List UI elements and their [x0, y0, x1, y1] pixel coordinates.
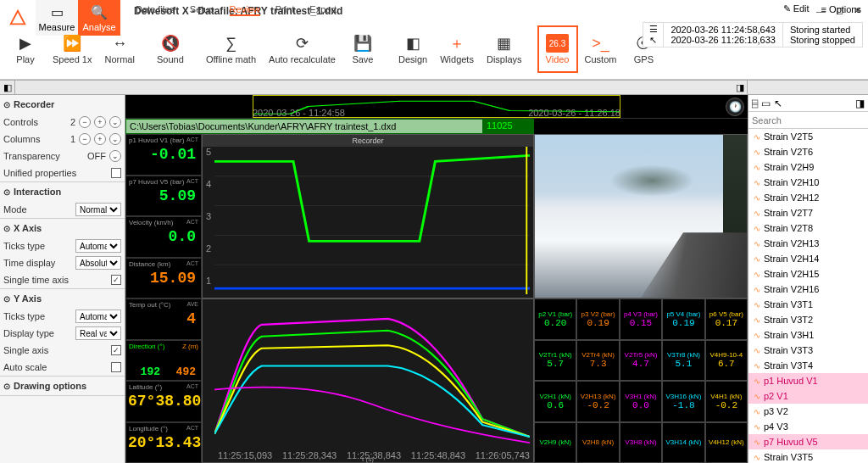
tree-icon[interactable]: ⌸	[752, 98, 758, 109]
channel-item[interactable]: ∿Strain V2H13	[748, 236, 868, 251]
meter-display[interactable]: Direction (°)192Z (m)492	[125, 340, 202, 382]
transparency-expand-button[interactable]: ⌄	[109, 150, 121, 162]
channel-item[interactable]: ∿p7 Huvud V5	[748, 434, 868, 449]
meter-display[interactable]: Velocity (km/h)ACT0.0	[125, 216, 202, 258]
grid-cell: V2H1 (kN)0.6	[534, 381, 576, 422]
calendar-icon[interactable]: ▭	[761, 98, 771, 109]
grid-cell: V2Tr4 (kN)7.3	[576, 340, 619, 382]
waveform-icon: ∿	[754, 239, 760, 248]
mode-select[interactable]: Normal	[75, 203, 121, 216]
channel-item[interactable]: ∿Strain V2T7	[748, 205, 868, 220]
channel-item[interactable]: ∿p4 V3	[748, 419, 868, 434]
channel-item[interactable]: ∿Strain V2T8	[748, 220, 868, 236]
meter-display[interactable]: Temp out (°C)AVE4	[125, 298, 202, 340]
channel-item[interactable]: ∿Strain V2H10	[748, 175, 868, 190]
columns-minus-button[interactable]: −	[79, 133, 91, 145]
waveform-icon: ∿	[754, 346, 760, 355]
waveform-icon: ∿	[754, 377, 760, 386]
columns-expand-button[interactable]: ⌄	[109, 133, 121, 145]
channel-item[interactable]: ∿p3 V2	[748, 404, 868, 419]
waveform-icon: ∿	[754, 392, 760, 401]
options-button[interactable]: ≡ Options	[821, 4, 861, 14]
normal-button[interactable]: ↔Normal	[98, 25, 140, 73]
autoscale-checkbox[interactable]	[111, 362, 121, 372]
unified-checkbox[interactable]	[111, 168, 121, 178]
grid-cell: V3H1 (kN)0.0	[620, 381, 662, 422]
play-button[interactable]: ▶Play	[5, 25, 46, 73]
strain-chart[interactable]: 11:25:15,093 11:25:28,343 11:25:38,843 1…	[202, 298, 534, 463]
custom-button[interactable]: >_Custom	[579, 25, 623, 73]
channel-item[interactable]: ∿Strain V2H16	[748, 282, 868, 297]
channel-item[interactable]: ∿Strain V3T1	[748, 297, 868, 312]
controls-expand-button[interactable]: ⌄	[109, 116, 121, 128]
waveform-icon: ∿	[754, 148, 760, 157]
displaytype-select[interactable]: Real value	[75, 326, 121, 340]
controls-plus-button[interactable]: +	[94, 116, 106, 128]
channel-item[interactable]: ∿Strain V2H12	[748, 190, 868, 205]
channel-item[interactable]: ∿Strain V3H1	[748, 327, 868, 343]
channel-item[interactable]: ∿Strain V2H14	[748, 251, 868, 266]
panel-collapse-icon[interactable]: ◨	[855, 98, 865, 109]
waveform-icon: ∿	[754, 407, 760, 416]
sound-button[interactable]: 🔇Sound	[150, 25, 191, 73]
edit-button[interactable]: ✎ Edit	[783, 3, 810, 14]
grid-cell: V2Tr5 (kN)4.7	[620, 340, 662, 382]
grid-cell: V3H16 (kN)-1.8	[662, 381, 704, 422]
waveform-icon: ∿	[754, 254, 760, 264]
video-button[interactable]: 26.3Video	[537, 25, 578, 73]
controls-minus-button[interactable]: −	[79, 116, 91, 128]
design-button[interactable]: ◧Design	[392, 25, 433, 73]
channel-search-input[interactable]	[748, 112, 868, 128]
video-display[interactable]	[534, 134, 748, 298]
channel-item[interactable]: ∿Strain V3T4	[748, 358, 868, 373]
channel-item[interactable]: ∿p2 V1	[748, 388, 868, 404]
offline-math-button[interactable]: ∑Offline math	[200, 25, 262, 73]
columns-plus-button[interactable]: +	[94, 133, 106, 145]
channel-item[interactable]: ∿Strain V2H9	[748, 159, 868, 175]
timedisplay-select[interactable]: Absolute (t	[75, 256, 121, 270]
meter-display[interactable]: p7 Huvud V5 (bar)ACT5.09	[125, 176, 202, 217]
menu-review[interactable]: Review	[230, 4, 260, 16]
menu-setup[interactable]: Setup	[190, 4, 214, 16]
clock-icon[interactable]: 🕐	[726, 98, 744, 116]
meter-display[interactable]: Distance (km)ACT15.09	[125, 258, 202, 299]
displays-button[interactable]: ▦Displays	[481, 25, 528, 73]
sample-count: 11025	[483, 119, 534, 134]
channel-item[interactable]: ∿Strain V3T3	[748, 343, 868, 358]
waveform-icon: ∿	[754, 285, 760, 294]
file-path: C:\Users\Tobias\Documents\Kunder\AFRY\AF…	[125, 119, 483, 134]
xticks-select[interactable]: Automatic	[75, 239, 121, 253]
grid-cell: p6 V5 (bar)0.17	[705, 298, 748, 340]
waveform-icon: ∿	[754, 331, 760, 340]
waveform-icon: ∿	[754, 163, 760, 172]
recorder-chart[interactable]: Recorder 54321	[202, 134, 534, 298]
singleaxis-checkbox[interactable]: ✓	[111, 345, 121, 355]
channel-list[interactable]: ∿Strain V2T5∿Strain V2T6∿Strain V2H9∿Str…	[748, 129, 868, 463]
grid-cell: V2Tr1 (kN)5.7	[534, 340, 576, 382]
menu-export[interactable]: Export	[309, 4, 337, 16]
auto-recalculate-button[interactable]: ⟳Auto recalculate	[263, 25, 342, 73]
yticks-select[interactable]: Automatic	[75, 310, 121, 323]
speed-button[interactable]: ⏩Speed 1x	[47, 25, 97, 73]
singletime-checkbox[interactable]: ✓	[111, 275, 121, 285]
waveform-icon: ∿	[754, 315, 760, 325]
channel-item[interactable]: ∿Strain V2T6	[748, 144, 868, 159]
pointer-icon[interactable]: ↖	[774, 98, 782, 109]
meter-display[interactable]: Latitude (°)ACT67°38.806'	[125, 381, 202, 422]
channel-item[interactable]: ∿Strain V2T5	[748, 129, 868, 144]
widgets-button[interactable]: ＋Widgets	[434, 25, 480, 73]
waveform-icon: ∿	[754, 224, 760, 233]
channel-item[interactable]: ∿Strain V3T2	[748, 312, 868, 327]
channel-item[interactable]: ∿Strain V3T5	[748, 449, 868, 463]
channel-item[interactable]: ∿Strain V2H15	[748, 266, 868, 282]
panel-toggle-right[interactable]: ◨	[732, 81, 748, 94]
panel-toggle-left[interactable]: ◧	[0, 81, 15, 94]
meter-display[interactable]: p1 Huvud V1 (bar)ACT-0.01	[125, 134, 202, 176]
menu-datafiles[interactable]: Data files	[136, 4, 175, 16]
channel-item[interactable]: ∿p1 Huvud V1	[748, 373, 868, 388]
save-button[interactable]: 💾Save	[342, 25, 383, 73]
grid-cell: V4H9-10-46.7	[705, 340, 748, 382]
menu-print[interactable]: Print	[275, 4, 295, 16]
meter-display[interactable]: Longitude (°)ACT20°13.432'	[125, 422, 202, 464]
events-icon: ☰	[649, 24, 658, 35]
